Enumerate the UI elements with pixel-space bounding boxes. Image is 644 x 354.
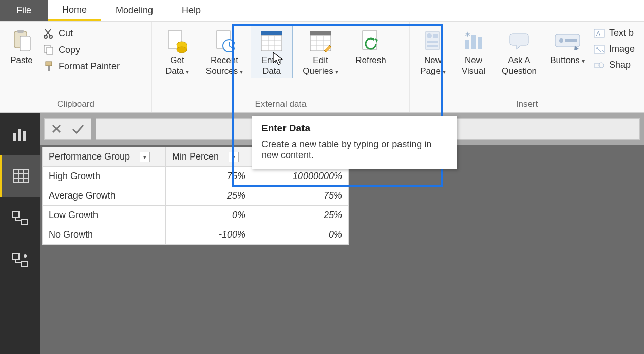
svg-rect-48 bbox=[13, 133, 16, 141]
shapes-icon bbox=[594, 61, 605, 70]
col-header-group[interactable]: Performance Group ▾ bbox=[43, 147, 166, 167]
col-header-min-dropdown[interactable]: ▾ bbox=[229, 152, 239, 162]
refresh-icon bbox=[359, 27, 382, 55]
cell-max: 25% bbox=[252, 206, 349, 225]
svg-rect-32 bbox=[427, 41, 438, 43]
get-data-button[interactable]: Get Data bbox=[156, 24, 198, 78]
svg-rect-56 bbox=[13, 212, 19, 217]
cancel-formula-icon[interactable] bbox=[51, 123, 62, 134]
svg-rect-34 bbox=[465, 40, 469, 49]
svg-text:✶: ✶ bbox=[464, 31, 471, 39]
col-header-min[interactable]: Min Percen ▾ bbox=[166, 147, 252, 167]
svg-rect-36 bbox=[478, 37, 482, 49]
format-painter-button[interactable]: Format Painter bbox=[41, 60, 122, 73]
svg-point-60 bbox=[24, 254, 27, 258]
buttons-button[interactable]: Buttons bbox=[545, 24, 590, 67]
insert-group-label: Insert bbox=[414, 97, 640, 112]
get-data-label: Get Data bbox=[165, 55, 189, 77]
clipboard-group-label: Clipboard bbox=[4, 97, 147, 112]
formula-actions bbox=[44, 118, 91, 140]
copy-button[interactable]: Copy bbox=[41, 43, 122, 56]
svg-rect-1 bbox=[17, 30, 24, 33]
cell-group: No Growth bbox=[43, 225, 166, 245]
data-view-button[interactable] bbox=[0, 155, 40, 197]
recent-sources-icon bbox=[214, 27, 235, 55]
ribbon: Paste Cut Copy Format Painter Clipboard bbox=[0, 22, 644, 113]
col-header-min-label: Min Percen bbox=[172, 151, 219, 162]
tab-file[interactable]: File bbox=[0, 0, 48, 21]
table-row[interactable]: Average Growth 25% 75% bbox=[43, 186, 349, 206]
col-header-group-dropdown[interactable]: ▾ bbox=[140, 152, 150, 162]
tooltip-enter-data: Enter Data Create a new table by typing … bbox=[252, 116, 457, 169]
svg-rect-38 bbox=[510, 34, 528, 45]
cell-max: 0% bbox=[252, 225, 349, 245]
textbox-label: Text b bbox=[609, 28, 634, 38]
svg-rect-58 bbox=[13, 254, 19, 259]
cell-min: 25% bbox=[166, 186, 252, 206]
recent-sources-label: Recent Sources bbox=[206, 55, 243, 77]
svg-rect-49 bbox=[18, 129, 21, 141]
report-view-icon bbox=[11, 126, 29, 142]
table-row[interactable]: No Growth -100% 0% bbox=[43, 225, 349, 245]
format-painter-label: Format Painter bbox=[59, 61, 120, 72]
image-icon bbox=[594, 45, 605, 54]
svg-rect-8 bbox=[48, 66, 50, 71]
shapes-button[interactable]: Shap bbox=[592, 58, 637, 71]
edit-queries-label: Edit Queries bbox=[302, 55, 338, 77]
svg-point-13 bbox=[177, 47, 187, 53]
buttons-label: Buttons bbox=[550, 55, 585, 66]
enter-data-label: Enter Data bbox=[261, 55, 282, 77]
edit-queries-button[interactable]: Edit Queries bbox=[295, 24, 346, 78]
paste-button[interactable]: Paste bbox=[4, 24, 39, 67]
commit-formula-icon[interactable] bbox=[71, 123, 85, 134]
svg-rect-6 bbox=[47, 47, 53, 54]
model-view-button[interactable] bbox=[0, 197, 40, 239]
refresh-button[interactable]: Refresh bbox=[348, 24, 393, 67]
model-view2-button[interactable] bbox=[0, 239, 40, 281]
svg-point-40 bbox=[559, 38, 563, 43]
new-visual-button[interactable]: ✶ New Visual bbox=[454, 24, 493, 78]
tooltip-description: Create a new table by typing or pasting … bbox=[261, 139, 447, 161]
cut-label: Cut bbox=[59, 28, 73, 39]
format-painter-icon bbox=[43, 61, 54, 72]
svg-rect-7 bbox=[46, 62, 52, 66]
svg-rect-41 bbox=[565, 39, 577, 42]
textbox-button[interactable]: A Text b bbox=[592, 27, 637, 40]
svg-rect-31 bbox=[433, 34, 438, 38]
tab-home[interactable]: Home bbox=[48, 0, 101, 21]
recent-sources-button[interactable]: Recent Sources bbox=[200, 24, 249, 78]
shapes-label: Shap bbox=[609, 60, 631, 70]
cell-group: Low Growth bbox=[43, 206, 166, 225]
tab-help[interactable]: Help bbox=[167, 0, 215, 21]
menu-tabs: File Home Modeling Help bbox=[0, 0, 644, 22]
new-page-button[interactable]: New Page bbox=[414, 24, 452, 78]
cell-max: 75% bbox=[252, 186, 349, 206]
new-visual-label: New Visual bbox=[462, 55, 485, 77]
image-button[interactable]: Image bbox=[592, 43, 637, 55]
svg-point-3 bbox=[44, 35, 47, 38]
table-row[interactable]: High Growth 75% 10000000% bbox=[43, 167, 349, 186]
cell-group: Average Growth bbox=[43, 186, 166, 206]
new-page-icon bbox=[423, 27, 443, 55]
new-page-label: New Page bbox=[420, 55, 446, 77]
cell-max: 10000000% bbox=[252, 167, 349, 186]
svg-rect-51 bbox=[13, 170, 29, 182]
cell-group: High Growth bbox=[43, 167, 166, 186]
enter-data-button[interactable]: Enter Data bbox=[251, 24, 293, 78]
copy-icon bbox=[43, 44, 54, 55]
cut-button[interactable]: Cut bbox=[41, 27, 122, 40]
ask-question-label: Ask A Question bbox=[502, 55, 537, 77]
cell-min: 0% bbox=[166, 206, 252, 225]
svg-point-30 bbox=[427, 33, 432, 38]
tab-modeling[interactable]: Modeling bbox=[101, 0, 167, 21]
copy-label: Copy bbox=[59, 45, 80, 55]
left-nav-rail bbox=[0, 113, 40, 354]
svg-rect-50 bbox=[23, 131, 26, 141]
new-visual-icon: ✶ bbox=[462, 27, 485, 55]
table-row[interactable]: Low Growth 0% 25% bbox=[43, 206, 349, 225]
svg-rect-35 bbox=[471, 35, 476, 49]
report-view-button[interactable] bbox=[0, 113, 40, 155]
ask-question-button[interactable]: Ask A Question bbox=[495, 24, 543, 78]
ask-question-icon bbox=[508, 27, 531, 55]
svg-rect-16 bbox=[261, 31, 282, 35]
